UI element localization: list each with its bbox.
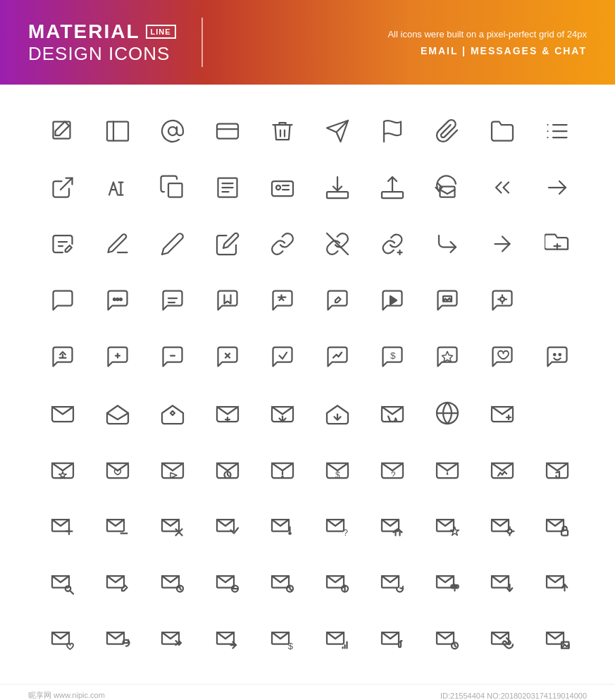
header-categories: EMAIL | MESSAGES & CHAT <box>387 45 587 56</box>
icon-arrow-right-outline <box>475 219 530 269</box>
icon-chat-dollar: $ <box>365 331 420 382</box>
svg-text:$: $ <box>335 470 340 480</box>
icon-mail-star <box>420 501 475 551</box>
material-text: MATERIAL <box>28 20 140 43</box>
icon-list <box>530 106 585 156</box>
icon-mail-gear <box>475 501 530 551</box>
icon-mailbox <box>530 219 585 269</box>
icon-chat-star <box>420 331 475 382</box>
icon-chat-edit <box>310 275 365 326</box>
icon-chat-dots <box>90 275 145 326</box>
svg-rect-115 <box>561 530 568 536</box>
design-icons-text: DESIGN ICONS <box>28 43 176 65</box>
svg-line-118 <box>70 591 73 594</box>
icon-external <box>35 162 90 213</box>
icon-arrow-right <box>530 162 585 213</box>
icon-chat-minus <box>145 331 200 382</box>
icon-mail-clip <box>475 613 530 664</box>
svg-point-23 <box>276 185 280 190</box>
icon-chat-smile <box>530 331 585 382</box>
icon-folder <box>475 106 530 156</box>
icon-mail-down <box>475 557 530 608</box>
icon-arrow-left-double <box>475 162 530 213</box>
icon-mail-info <box>310 557 365 608</box>
icon-row-4 <box>35 275 580 326</box>
footer-watermark-right: ID:21554404 NO:20180203174119014000 <box>440 692 587 700</box>
header: MATERIAL LINE DESIGN ICONS All icons wer… <box>0 0 615 85</box>
svg-point-117 <box>66 586 71 591</box>
svg-marker-58 <box>442 352 453 362</box>
header-divider <box>201 18 203 67</box>
footer-watermark-left: 昵享网 www.nipic.com <box>28 690 105 700</box>
icon-mail-exclaim <box>255 501 310 551</box>
icon-chat-lines <box>145 275 200 326</box>
icon-chat-heart <box>475 331 530 382</box>
icon-send <box>310 106 365 156</box>
icon-pencil-alt <box>200 219 255 269</box>
icon-chat-bookmark <box>200 275 255 326</box>
header-subtitle: All icons were built on a pixel-perfect … <box>387 29 587 39</box>
icon-envelope-sync <box>365 388 420 438</box>
svg-text:?: ? <box>343 528 348 538</box>
icon-link <box>255 219 310 269</box>
svg-point-3 <box>168 127 177 135</box>
icon-envelope-dollar: $ <box>310 444 365 495</box>
icon-row-7: $ ? <box>35 444 580 495</box>
icon-row-6 <box>35 388 580 438</box>
svg-rect-1 <box>107 122 128 141</box>
icon-mail-refresh <box>365 557 420 608</box>
icon-sidebar <box>90 106 145 156</box>
icon-mail-forward <box>200 613 255 664</box>
header-right: All icons were built on a pixel-perfect … <box>387 29 587 56</box>
icon-grid: $ <box>0 85 615 684</box>
icon-mail-image <box>530 613 585 664</box>
icon-mail-reply-all <box>145 613 200 664</box>
svg-point-83 <box>282 477 283 478</box>
icon-envelope-plus <box>200 388 255 438</box>
header-left: MATERIAL LINE DESIGN ICONS <box>28 18 217 67</box>
icon-mail-search <box>35 557 90 608</box>
svg-line-15 <box>61 178 73 190</box>
svg-rect-22 <box>272 181 293 196</box>
svg-text:$: $ <box>390 350 396 361</box>
svg-rect-17 <box>168 183 182 197</box>
icon-pencil-underline <box>90 219 145 269</box>
icon-mail-cut <box>420 557 475 608</box>
icon-envelope-settings <box>475 388 530 438</box>
icon-envelope-diamond <box>145 388 200 438</box>
icon-mail-music <box>365 613 420 664</box>
icon-row-3 <box>35 219 580 269</box>
icon-chat-x <box>200 331 255 382</box>
icon-envelope-heart <box>90 444 145 495</box>
svg-point-47 <box>500 297 504 302</box>
icon-mail-question: ? <box>310 501 365 551</box>
icon-chat-check <box>255 331 310 382</box>
material-row: MATERIAL LINE <box>28 20 176 43</box>
icon-envelope-music <box>530 444 585 495</box>
icon-flag <box>365 106 420 156</box>
svg-point-59 <box>554 354 555 355</box>
svg-text:?: ? <box>391 470 396 480</box>
icon-chat-image <box>420 275 475 326</box>
icon-compose <box>35 106 90 156</box>
icon-envelope-play <box>145 444 200 495</box>
icon-mail-add <box>35 501 90 551</box>
svg-rect-26 <box>327 192 348 198</box>
icon-mail-block <box>200 557 255 608</box>
svg-point-39 <box>117 298 119 300</box>
icon-chat-home <box>35 331 90 382</box>
icon-link-add <box>365 219 420 269</box>
icon-unlink <box>310 219 365 269</box>
icon-upload-tray <box>365 162 420 213</box>
svg-rect-4 <box>217 124 238 139</box>
icon-envelope-open <box>90 388 145 438</box>
icon-mail-home <box>365 501 420 551</box>
icon-idcard <box>255 162 310 213</box>
svg-rect-27 <box>382 192 403 198</box>
icon-envelope-question: ? <box>365 444 420 495</box>
icon-mail-signal <box>310 613 365 664</box>
icon-envelope-download-alt <box>310 388 365 438</box>
icon-card <box>200 106 255 156</box>
icon-mail-clock2 <box>420 613 475 664</box>
title-block: MATERIAL LINE DESIGN ICONS <box>28 20 176 65</box>
